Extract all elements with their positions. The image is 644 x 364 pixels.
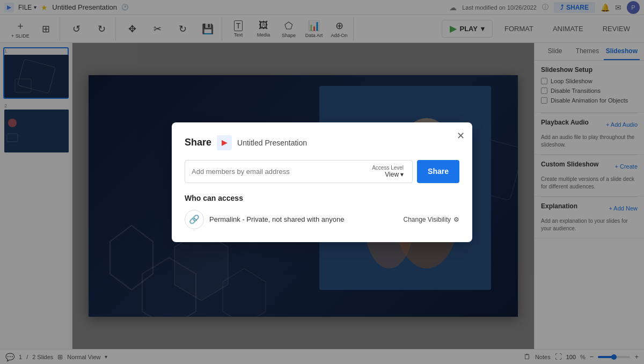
modal-title: Share [185,137,211,148]
change-visibility-button[interactable]: Change Visibility ⚙ [404,216,460,223]
access-level-label: Access Level [372,165,404,171]
link-icon: 🔗 [189,214,200,224]
gear-icon: ⚙ [453,216,459,223]
access-row: 🔗 Permalink - Private, not shared with a… [185,210,459,229]
link-icon-box: 🔗 [185,210,204,229]
modal-doc-icon: ▶ [217,135,232,150]
change-visibility-label: Change Visibility [404,216,451,223]
share-input-row: Access Level View ▾ Share [185,160,459,183]
share-submit-button[interactable]: Share [417,160,459,183]
access-level-value: View ▾ [385,171,404,178]
modal-overlay: Share ▶ Untitled Presentation ✕ Access L… [0,0,644,364]
access-chevron-icon: ▾ [400,171,404,178]
who-access-title: Who can access [185,194,459,202]
share-input-wrapper: Access Level View ▾ [185,160,413,183]
modal-close-button[interactable]: ✕ [457,130,465,142]
modal-header: Share ▶ Untitled Presentation [185,135,459,150]
access-info: 🔗 Permalink - Private, not shared with a… [185,210,344,229]
email-input[interactable] [192,168,365,176]
share-modal: Share ▶ Untitled Presentation ✕ Access L… [172,122,472,242]
modal-doc-name: Untitled Presentation [237,139,307,147]
access-description: Permalink - Private, not shared with any… [209,215,344,223]
access-level-button[interactable]: Access Level View ▾ [370,165,406,178]
